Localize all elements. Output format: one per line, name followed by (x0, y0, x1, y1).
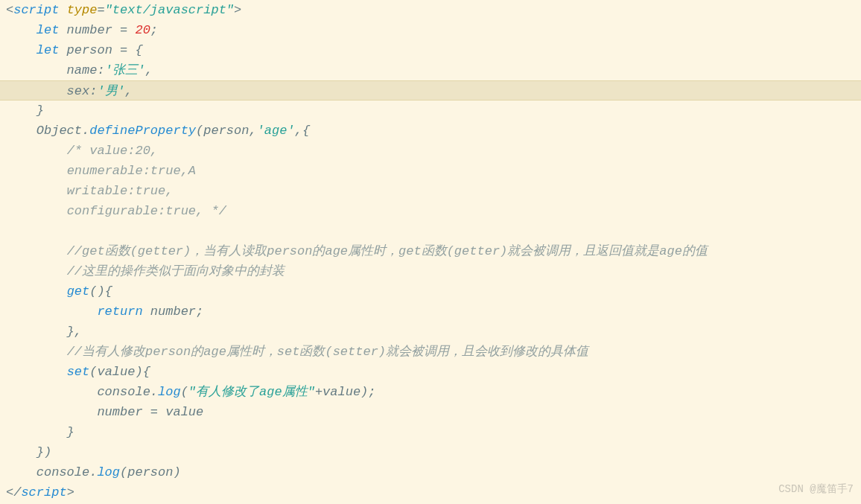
token: , (125, 84, 133, 98)
code-line: } (0, 101, 861, 121)
token: number; (143, 304, 204, 319)
token-func: log (158, 385, 181, 399)
token-string: "text/javascript" (105, 3, 234, 17)
token-comment: //这里的操作类似于面向对象中的封装 (67, 264, 285, 278)
token-comment: writable:true, (67, 184, 174, 198)
token-func: log (97, 465, 120, 479)
token-tag: script (21, 485, 66, 500)
token: ,{ (295, 124, 310, 138)
code-line: /* value:20, (0, 141, 861, 161)
code-line: return number; (0, 302, 861, 322)
token: }) (6, 445, 51, 459)
token: , (145, 63, 153, 77)
code-line: //当有人修改person的age属性时，set函数(setter)就会被调用，… (0, 342, 861, 362)
token (6, 164, 67, 178)
token-comment: configurable:true, */ (67, 204, 226, 218)
token: ; (150, 23, 158, 37)
token: sex: (6, 84, 97, 98)
code-line: let number = 20; (0, 20, 861, 40)
code-line: configurable:true, */ (0, 201, 861, 221)
token (6, 184, 67, 198)
token (6, 304, 97, 319)
token-punct: > (67, 485, 74, 500)
token (6, 23, 36, 37)
token (6, 224, 13, 238)
token: Object. (6, 124, 89, 138)
token: person = { (59, 43, 142, 57)
token-func: set (67, 365, 90, 379)
token: (){ (89, 284, 112, 299)
token-keyword: let (36, 43, 60, 57)
code-line: let person = { (0, 40, 861, 60)
token-keyword: let (36, 23, 60, 37)
code-line: name:'张三', (0, 60, 861, 80)
token: number = value (6, 405, 203, 419)
token-string: '男' (97, 84, 124, 98)
token-func: defineProperty (89, 124, 196, 138)
token-comment: //get函数(getter)，当有人读取person的age属性时，get函数… (67, 244, 708, 258)
token (6, 345, 67, 359)
code-block: <script type="text/javascript"> let numb… (0, 0, 861, 503)
code-line: }, (0, 322, 861, 342)
code-line: <script type="text/javascript"> (0, 0, 861, 20)
token (6, 284, 67, 299)
token: (value){ (89, 365, 150, 379)
token-punct: < (6, 3, 13, 17)
token-comment: enumerable:true,A (67, 164, 196, 178)
token: (person) (120, 465, 181, 479)
token: number = (59, 23, 135, 37)
token: }, (6, 325, 82, 339)
token (6, 365, 67, 379)
token: console. (6, 385, 158, 399)
code-line: sex:'男', (0, 80, 861, 101)
token (6, 144, 67, 158)
code-line: Object.defineProperty(person,'age',{ (0, 121, 861, 141)
code-line: console.log("有人修改了age属性"+value); (0, 382, 861, 402)
code-line: } (0, 422, 861, 442)
watermark-text: CSDN @魔笛手7 (778, 479, 854, 500)
token-number: 20 (135, 23, 150, 37)
token-string: '张三' (105, 63, 145, 77)
token: +value); (315, 385, 376, 399)
code-line: number = value (0, 402, 861, 422)
token: ( (181, 385, 188, 399)
token (6, 43, 36, 57)
token-keyword: return (97, 304, 142, 319)
token-string: 'age' (257, 124, 295, 138)
token-comment: //当有人修改person的age属性时，set函数(setter)就会被调用，… (67, 345, 588, 359)
token-string: "有人修改了age属性" (188, 385, 315, 399)
token-attr: type (67, 3, 98, 17)
token-punct: > (234, 3, 241, 17)
token: } (6, 103, 44, 118)
code-line: console.log(person) (0, 462, 861, 482)
token: } (6, 425, 74, 439)
code-line: </script> (0, 482, 861, 503)
token-tag: script (13, 3, 66, 17)
token-comment: /* value:20, (67, 144, 158, 158)
token: console. (6, 465, 97, 479)
token-punct: = (97, 3, 104, 17)
code-line: get(){ (0, 281, 861, 302)
token-func: get (67, 284, 90, 299)
code-line: //get函数(getter)，当有人读取person的age属性时，get函数… (0, 241, 861, 261)
token (6, 264, 67, 278)
token-punct: </ (6, 485, 21, 500)
code-line: }) (0, 442, 861, 462)
token: (person, (196, 124, 257, 138)
code-line: enumerable:true,A (0, 161, 861, 181)
token (6, 204, 67, 218)
code-line (0, 221, 861, 241)
token: name: (6, 63, 105, 77)
code-line: //这里的操作类似于面向对象中的封装 (0, 261, 861, 281)
code-line: writable:true, (0, 181, 861, 201)
code-line: set(value){ (0, 362, 861, 382)
token (6, 244, 67, 258)
